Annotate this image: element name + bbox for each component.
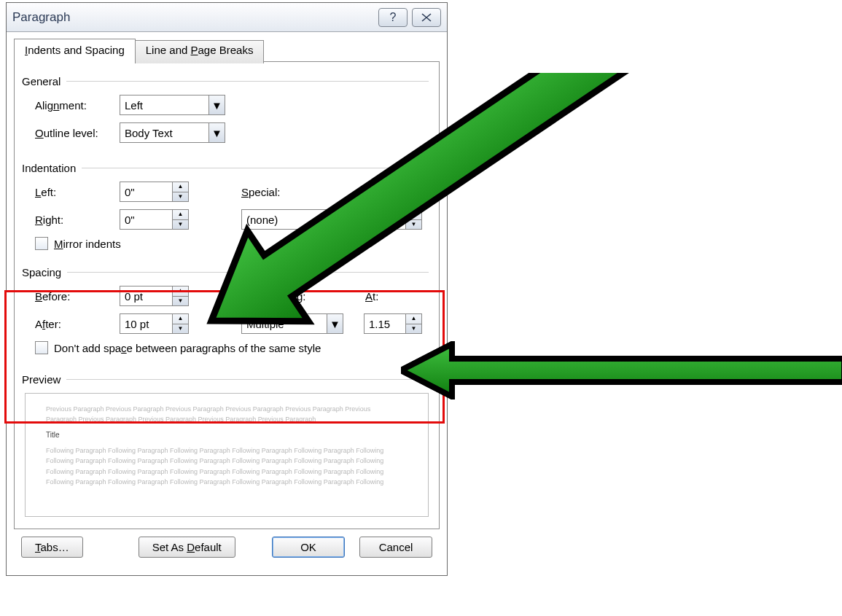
spacing-before-spinner[interactable]: 0 pt ▲▼ [120,286,189,306]
at-label: At: [365,290,378,303]
indent-right-spinner[interactable]: 0" ▲▼ [120,209,189,230]
tab-line-page-breaks[interactable]: Line and Page Breaks [135,40,265,63]
section-indentation: Indentation [22,162,429,174]
row-indent-left: Left: 0" ▲▼ Special: By: [25,182,429,202]
spinner-buttons[interactable]: ▲▼ [405,314,421,333]
preview-follow-text: Following Paragraph Following Paragraph … [46,456,408,466]
dialog-title: Paragraph [12,10,374,25]
alignment-value: Left [125,99,143,112]
set-default-button[interactable]: Set As Default [139,537,235,558]
row-indent-right: Right: 0" ▲▼ (none) ▼ ▲▼ [25,209,429,230]
paragraph-dialog: Paragraph ? Indents and Spacing Line and… [6,2,448,576]
preview-prev-text: Previous Paragraph Previous Paragraph Pr… [46,404,408,414]
chevron-down-icon[interactable]: ▼ [208,123,225,142]
mirror-indents-label: Mirror indents [54,238,121,250]
spinner-buttons[interactable]: ▲▼ [405,210,421,229]
at-value: 1.15 [369,318,390,330]
outline-level-combo[interactable]: Body Text ▼ [120,122,225,143]
by-spinner[interactable]: ▲▼ [364,209,422,230]
chevron-down-icon[interactable]: ▼ [208,95,225,114]
dialog-buttons: Tabs… Set As Default OK Cancel [14,529,440,566]
spacing-after-label: After: [25,318,120,330]
preview-follow-text: Following Paragraph Following Paragraph … [46,445,408,456]
row-outline-level: Outline level: Body Text ▼ [25,122,429,143]
chevron-down-icon[interactable]: ▼ [327,210,343,229]
tab-strip: Indents and Spacing Line and Page Breaks [14,38,440,61]
line-spacing-value: Multiple [246,318,284,330]
chevron-down-icon[interactable]: ▼ [327,314,343,333]
tab-panel: General Alignment: Left ▼ Outline level:… [14,61,440,529]
tabs-button[interactable]: Tabs… [21,537,83,558]
cancel-button[interactable]: Cancel [359,537,432,558]
section-spacing: Spacing [22,266,429,278]
indent-left-spinner[interactable]: 0" ▲▼ [120,182,189,202]
alignment-combo[interactable]: Left ▼ [120,95,225,115]
indent-left-value: 0" [125,186,135,198]
indent-left-label: Left: [25,186,120,198]
preview-follow-text: Following Paragraph Following Paragraph … [46,467,408,477]
dont-add-space-label: Don't add space between paragraphs of th… [54,342,321,354]
indent-right-label: Right: [25,214,120,226]
spacing-before-value: 0 pt [125,290,143,303]
outline-level-label: Outline level: [25,127,120,139]
spinner-buttons[interactable]: ▲▼ [172,182,188,201]
row-spacing-before: Before: 0 pt ▲▼ Line spacing: At: [25,286,429,306]
mirror-indents-checkbox[interactable] [35,237,48,250]
tab-indents-spacing[interactable]: Indents and Spacing [14,39,136,62]
line-spacing-combo[interactable]: Multiple ▼ [241,313,343,334]
special-value: (none) [246,214,278,226]
special-label: Special: [241,186,365,198]
spinner-buttons[interactable]: ▲▼ [172,210,188,229]
dont-add-space-checkbox[interactable] [35,341,48,354]
row-dont-add-space: Don't add space between paragraphs of th… [25,341,429,354]
help-button[interactable]: ? [378,8,408,27]
row-mirror-indents: Mirror indents [25,237,429,250]
spacing-after-value: 10 pt [125,318,149,330]
alignment-label: Alignment: [25,99,120,112]
special-combo[interactable]: (none) ▼ [241,209,343,230]
spinner-buttons[interactable]: ▲▼ [172,314,188,333]
section-general: General [22,75,429,87]
row-spacing-after: After: 10 pt ▲▼ Multiple ▼ 1.15 ▲▼ [25,313,429,334]
preview-follow-text: Following Paragraph Following Paragraph … [46,477,408,487]
preview-sample: Title [46,429,408,441]
row-alignment: Alignment: Left ▼ [25,95,429,115]
outline-level-value: Body Text [125,127,173,139]
ok-button[interactable]: OK [272,537,345,558]
spacing-before-label: Before: [25,290,120,303]
by-label: By: [365,186,381,198]
titlebar: Paragraph ? [7,3,447,32]
section-preview: Preview [22,373,429,386]
spinner-buttons[interactable]: ▲▼ [172,286,188,305]
spacing-after-spinner[interactable]: 10 pt ▲▼ [120,313,189,334]
dialog-body: Indents and Spacing Line and Page Breaks… [7,32,447,575]
arrow-horizontal-icon [401,341,842,399]
indent-right-value: 0" [125,214,135,226]
close-button[interactable] [412,8,441,27]
preview-prev-text: Paragraph Previous Paragraph Previous Pa… [46,414,408,424]
at-spinner[interactable]: 1.15 ▲▼ [364,313,422,334]
line-spacing-label: Line spacing: [241,290,365,303]
preview-box: Previous Paragraph Previous Paragraph Pr… [25,393,429,517]
